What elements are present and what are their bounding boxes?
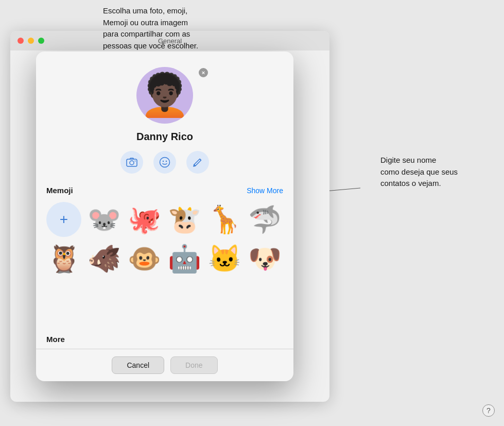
cancel-button[interactable]: Cancel [112,356,164,374]
memoji-label: Memoji [46,186,73,195]
svg-point-6 [163,161,164,162]
callout-right: Digite seu nome como deseja que seus con… [380,155,483,190]
emoji-grid: + 🐭 🐙 🐮 🦒 🦈 🦉 🐗 🐵 🤖 🐱 🐶 [46,202,283,276]
emoji-dog[interactable]: 🐶 [247,241,282,276]
more-label: More [36,335,75,344]
emoji-monkey[interactable]: 🐵 [127,241,162,276]
add-icon: + [60,211,68,228]
done-button: Done [170,356,217,374]
emoji-octopus[interactable]: 🐙 [127,202,162,237]
minimize-traffic-light[interactable] [28,38,34,44]
avatar-section: 🧑🏿‍🦱 × Danny Rico [120,67,209,174]
avatar-close-button[interactable]: × [198,67,209,78]
callout-right-text: Digite seu nome como deseja que seus con… [380,156,458,188]
modal-footer: Cancel Done [36,349,293,381]
add-memoji-button[interactable]: + [46,202,81,237]
action-buttons [120,151,209,174]
svg-point-3 [130,161,134,165]
avatar-close-icon: × [202,70,205,76]
emoji-boar[interactable]: 🐗 [86,241,121,276]
maximize-traffic-light[interactable] [38,38,44,44]
avatar-memoji: 🧑🏿‍🦱 [139,75,190,116]
emoji-giraffe[interactable]: 🦒 [207,202,242,237]
help-button[interactable]: ? [482,404,495,417]
svg-rect-2 [127,159,137,166]
emoji-owl[interactable]: 🦉 [46,241,81,276]
avatar-circle: 🧑🏿‍🦱 [136,67,193,124]
emoji-mouse[interactable]: 🐭 [86,202,121,237]
emoji-cat[interactable]: 🐱 [207,241,242,276]
photo-picker-button[interactable] [120,151,143,174]
callout-top: Escolha uma foto, emoji, Memoji ou outra… [103,5,221,52]
edit-button[interactable] [186,151,209,174]
show-more-link[interactable]: Show More [247,186,283,195]
svg-point-7 [166,161,167,162]
svg-point-5 [160,158,170,167]
modal-dialog: 🧑🏿‍🦱 × Danny Rico [36,52,293,381]
emoji-shark[interactable]: 🦈 [247,202,282,237]
emoji-cow[interactable]: 🐮 [167,202,202,237]
user-name: Danny Rico [136,131,193,143]
close-traffic-light[interactable] [18,38,24,44]
picker-section: Memoji Show More + 🐭 🐙 🐮 🦒 🦈 🦉 🐗 🐵 🤖 🐱 🐶 [36,186,293,335]
emoji-robot[interactable]: 🤖 [167,241,202,276]
svg-point-4 [135,161,136,162]
emoji-button[interactable] [153,151,176,174]
callout-top-text: Escolha uma foto, emoji, Memoji ou outra… [103,6,198,50]
picker-header: Memoji Show More [46,186,283,195]
